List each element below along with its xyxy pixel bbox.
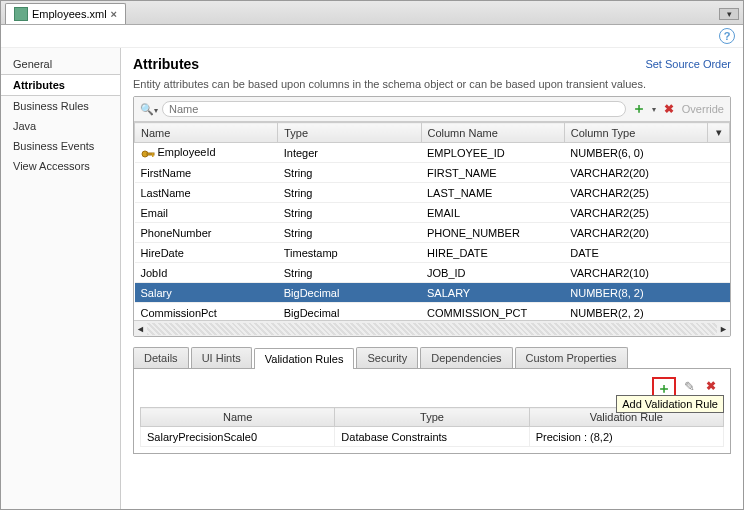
attributes-panel: 🔍▾ ＋▾ ✖ Override NameTypeColumn NameColu… [133,96,731,337]
attributes-toolbar: 🔍▾ ＋▾ ✖ Override [134,97,730,122]
attributes-table-scroll[interactable]: NameTypeColumn NameColumn Type▾ Employee… [134,122,730,320]
add-attribute-button[interactable]: ＋ [630,100,648,118]
close-icon[interactable]: × [111,8,117,20]
column-header[interactable]: Name [135,123,278,143]
help-icon[interactable]: ? [719,28,735,44]
scroll-track[interactable] [147,323,717,335]
sidebar-item-attributes[interactable]: Attributes [1,74,120,96]
main-panel: Attributes Set Source Order Entity attri… [121,48,743,509]
sidebar-item-view-accessors[interactable]: View Accessors [1,156,120,176]
tab-ui-hints[interactable]: UI Hints [191,347,252,368]
minimize-button[interactable]: ▾ [719,8,739,20]
table-row[interactable]: EmployeeIdIntegerEMPLOYEE_IDNUMBER(6, 0) [135,143,730,163]
validation-column-header[interactable]: Name [141,408,335,427]
section-title: Attributes [133,56,199,72]
sidebar-item-business-rules[interactable]: Business Rules [1,96,120,116]
scroll-right-icon[interactable]: ► [719,324,728,334]
table-row[interactable]: PhoneNumberStringPHONE_NUMBERVARCHAR2(20… [135,223,730,243]
validation-table: NameTypeValidation Rule SalaryPrecisionS… [140,407,724,447]
svg-rect-2 [152,153,154,157]
table-row[interactable]: LastNameStringLAST_NAMEVARCHAR2(25) [135,183,730,203]
search-icon[interactable]: 🔍▾ [140,103,158,116]
column-header[interactable]: Type [278,123,421,143]
file-tab-label: Employees.xml [32,8,107,20]
sidebar-item-business-events[interactable]: Business Events [1,136,120,156]
search-box [162,101,626,117]
delete-validation-rule-button[interactable]: ✖ [702,377,720,395]
sidebar-item-general[interactable]: General [1,54,120,74]
tab-custom-properties[interactable]: Custom Properties [515,347,628,368]
table-row[interactable]: JobIdStringJOB_IDVARCHAR2(10) [135,263,730,283]
tab-details[interactable]: Details [133,347,189,368]
validation-row[interactable]: SalaryPrecisionScale0Database Constraint… [141,427,724,447]
add-rule-tooltip: Add Validation Rule [616,395,724,413]
file-tab-bar: Employees.xml × ▾ [1,1,743,25]
tab-validation-rules[interactable]: Validation Rules [254,348,355,369]
file-tab[interactable]: Employees.xml × [5,3,126,24]
sidebar-item-java[interactable]: Java [1,116,120,136]
tab-dependencies[interactable]: Dependencies [420,347,512,368]
edit-validation-rule-button[interactable]: ✎ [680,377,698,395]
set-source-order-link[interactable]: Set Source Order [645,58,731,70]
editor-window: Employees.xml × ▾ ? GeneralAttributesBus… [0,0,744,510]
tab-security[interactable]: Security [356,347,418,368]
sub-tabs: DetailsUI HintsValidation RulesSecurityD… [133,347,731,369]
search-input[interactable] [169,103,619,115]
column-header[interactable]: Column Name [421,123,564,143]
column-header[interactable]: Column Type [564,123,707,143]
xml-file-icon [14,7,28,21]
sidebar: GeneralAttributesBusiness RulesJavaBusin… [1,48,121,509]
scroll-left-icon[interactable]: ◄ [136,324,145,334]
table-row[interactable]: CommissionPctBigDecimalCOMMISSION_PCTNUM… [135,303,730,321]
section-description: Entity attributes can be based upon colu… [133,78,731,90]
table-row[interactable]: HireDateTimestampHIRE_DATEDATE [135,243,730,263]
help-row: ? [1,25,743,48]
table-row[interactable]: FirstNameStringFIRST_NAMEVARCHAR2(20) [135,163,730,183]
validation-panel: ＋ ✎ ✖ Add Validation Rule NameTypeValida… [133,369,731,454]
add-dropdown-arrow[interactable]: ▾ [652,105,656,114]
delete-attribute-button[interactable]: ✖ [660,100,678,118]
table-row[interactable]: EmailStringEMAILVARCHAR2(25) [135,203,730,223]
validation-column-header[interactable]: Type [335,408,529,427]
attributes-table: NameTypeColumn NameColumn Type▾ Employee… [134,122,730,320]
column-menu-icon[interactable]: ▾ [708,123,730,143]
table-row[interactable]: SalaryBigDecimalSALARYNUMBER(8, 2) [135,283,730,303]
horizontal-scrollbar[interactable]: ◄ ► [134,320,730,336]
override-button[interactable]: Override [682,103,724,115]
